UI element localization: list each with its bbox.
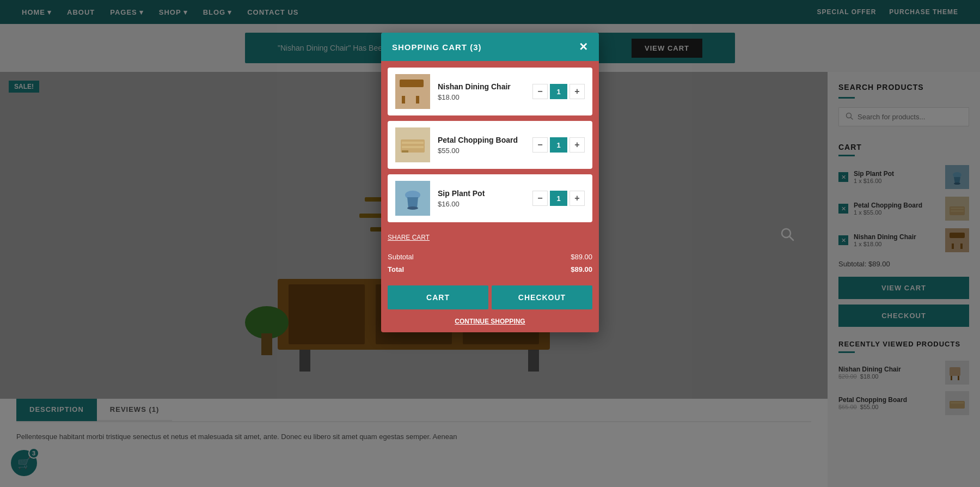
modal-close-button[interactable]: ✕ [579, 41, 588, 52]
svg-rect-41 [402, 146, 424, 148]
nishan-qty-increase[interactable]: + [569, 84, 585, 99]
modal-header: SHOPPING CART (3) ✕ [381, 33, 599, 61]
modal-totals-area: Subtotal $89.00 Total $89.00 [381, 247, 599, 279]
svg-rect-38 [400, 80, 424, 87]
modal-item-nishan: Nishan Dining Chair $18.00 − 1 + [388, 68, 592, 115]
sip-qty-value: 1 [550, 191, 567, 206]
svg-rect-40 [402, 142, 424, 144]
share-cart-link[interactable]: SHARE CART [388, 234, 430, 241]
modal-action-buttons: CART CHECKOUT [388, 285, 592, 309]
sip-plant-pot-modal-info: Sip Plant Pot $16.00 [438, 189, 525, 208]
nishan-qty-decrease[interactable]: − [532, 84, 548, 99]
sip-plant-pot-modal-price: $16.00 [438, 200, 525, 208]
nishan-dining-chair-modal-info: Nishan Dining Chair $18.00 [438, 82, 525, 101]
continue-shopping-link[interactable]: CONTINUE SHOPPING [455, 318, 525, 325]
nishan-qty-value: 1 [550, 84, 567, 99]
modal-title: SHOPPING CART (3) [392, 42, 482, 52]
petal-chopping-board-modal-img [395, 127, 430, 162]
petal-qty-decrease[interactable]: − [532, 137, 548, 153]
modal-cart-button[interactable]: CART [388, 285, 488, 309]
petal-chopping-board-modal-name: Petal Chopping Board [438, 136, 525, 144]
modal-share-area: SHARE CART [381, 229, 599, 247]
petal-qty-value: 1 [550, 137, 567, 153]
nishan-dining-chair-modal-price: $18.00 [438, 93, 525, 101]
svg-rect-37 [416, 96, 419, 104]
modal-overlay: SHOPPING CART (3) ✕ Nishan Dining Chair … [0, 0, 980, 487]
petal-chopping-board-modal-price: $55.00 [438, 147, 525, 155]
petal-qty-control: − 1 + [532, 137, 585, 153]
sip-plant-pot-modal-img [395, 181, 430, 216]
modal-items-list: Nishan Dining Chair $18.00 − 1 + [381, 61, 599, 229]
modal-item-petal: Petal Chopping Board $55.00 − 1 + [388, 121, 592, 169]
petal-qty-increase[interactable]: + [569, 137, 585, 153]
svg-point-44 [407, 206, 418, 210]
svg-rect-36 [402, 96, 405, 104]
nishan-qty-control: − 1 + [532, 84, 585, 99]
petal-chopping-board-modal-info: Petal Chopping Board $55.00 [438, 136, 525, 155]
sip-qty-decrease[interactable]: − [532, 191, 548, 206]
modal-checkout-button[interactable]: CHECKOUT [492, 285, 592, 309]
modal-item-sip: Sip Plant Pot $16.00 − 1 + [388, 174, 592, 222]
nishan-dining-chair-modal-img [395, 74, 430, 109]
sip-qty-control: − 1 + [532, 191, 585, 206]
modal-continue-area: CONTINUE SHOPPING [381, 309, 599, 332]
modal-total-row: Total $89.00 [388, 263, 592, 276]
sip-qty-increase[interactable]: + [569, 191, 585, 206]
modal-subtotal-row: Subtotal $89.00 [388, 251, 592, 263]
shopping-cart-modal: SHOPPING CART (3) ✕ Nishan Dining Chair … [381, 33, 599, 332]
nishan-dining-chair-modal-name: Nishan Dining Chair [438, 82, 525, 91]
svg-rect-42 [402, 150, 408, 153]
sip-plant-pot-modal-name: Sip Plant Pot [438, 189, 525, 198]
